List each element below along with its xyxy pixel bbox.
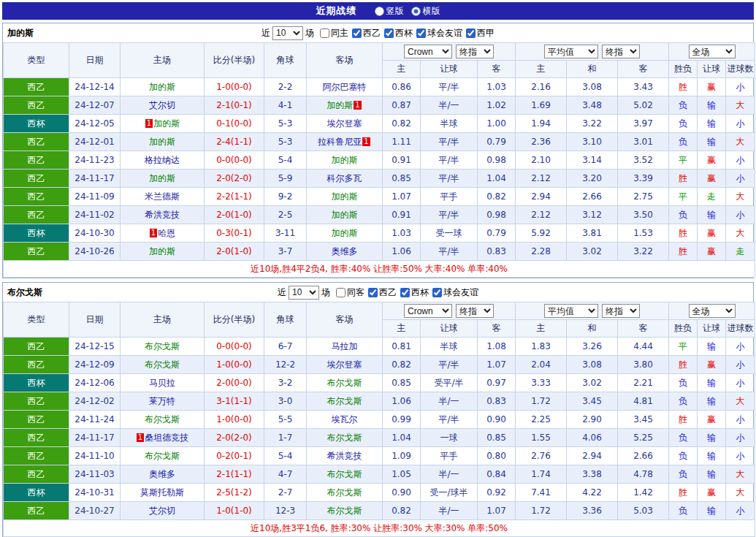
euro-company-select[interactable]: 平均值 (544, 45, 598, 58)
team-link[interactable]: 莫斯托勒斯 (140, 487, 184, 498)
team-link[interactable]: 布尔戈斯 (145, 341, 180, 351)
league-badge: 西杯 (4, 484, 69, 502)
filter-checkbox[interactable] (336, 288, 345, 297)
away-team-cell: 埃尔登塞 (307, 115, 383, 133)
team-link[interactable]: 莱万特 (149, 396, 175, 406)
odds-company-select[interactable]: Crown (404, 304, 452, 318)
euro-stage-select[interactable]: 终指 (602, 304, 640, 318)
team-link[interactable]: 布尔戈斯 (145, 414, 180, 424)
filter-球会友谊[interactable]: 球会友谊 (416, 27, 462, 39)
filter-同客[interactable]: 同客 (336, 286, 364, 299)
team-link[interactable]: 科尔多瓦 (327, 173, 362, 183)
filter-checkbox[interactable] (352, 28, 362, 38)
euro-away-odds: 3.80 (618, 356, 669, 374)
team-link[interactable]: 埃瓦尔 (332, 414, 358, 424)
filter-西杯[interactable]: 西杯 (384, 27, 413, 39)
team-link[interactable]: 加的斯 (332, 155, 358, 165)
games-label: 场 (305, 27, 314, 39)
page: 近期战绩 竖版 横版 加的斯 近 10 场 同主西乙西杯球会友谊西甲 (0, 0, 756, 537)
team-link[interactable]: 布尔戈斯 (327, 487, 362, 498)
filter-checkbox[interactable] (368, 288, 378, 297)
euro-stage-select[interactable]: 终指 (602, 45, 640, 58)
team-link[interactable]: 奥维多 (149, 469, 175, 479)
match-count-select[interactable]: 10 (272, 26, 303, 40)
sub-header-ah-away: 客 (478, 61, 516, 78)
match-row: 西乙24-11-24布尔戈斯1-0(0-0)5-5埃瓦尔0.99平/半0.902… (4, 411, 755, 429)
match-date: 24-10-27 (69, 502, 121, 520)
team-link[interactable]: 希洪竞技 (327, 451, 362, 461)
team-link[interactable]: 布尔戈斯 (327, 396, 362, 406)
team-link[interactable]: 加的斯 (149, 137, 175, 147)
match-count-select[interactable]: 10 (289, 286, 319, 300)
layout-option-vertical[interactable]: 竖版 (375, 5, 404, 18)
team-link[interactable]: 加的斯 (332, 210, 358, 220)
team-link[interactable]: 加的斯 (332, 228, 358, 238)
handicap-stage-select[interactable]: 终指 (456, 45, 494, 58)
team-link[interactable]: 拉科鲁尼亚 (318, 137, 362, 147)
filter-checkbox[interactable] (416, 28, 426, 38)
scope-select[interactable]: 全场 (689, 45, 736, 58)
match-row: 西杯24-10-301哈恩0-3(0-1)3-11加的斯1.03受一球0.795… (4, 224, 755, 243)
team-link[interactable]: 艾尔切 (149, 506, 175, 516)
handicap-home-odds: 0.82 (383, 502, 421, 520)
filter-西乙[interactable]: 西乙 (368, 286, 397, 299)
result-goals: 小 (726, 338, 755, 356)
filter-checkbox[interactable] (432, 288, 442, 297)
team-link[interactable]: 加的斯 (149, 173, 175, 183)
vertical-layout-radio[interactable] (375, 7, 384, 16)
team-link[interactable]: 加的斯 (149, 246, 175, 256)
team-link[interactable]: 埃尔登塞 (327, 359, 362, 370)
horizontal-layout-radio[interactable] (411, 7, 421, 16)
filter-checkbox[interactable] (384, 28, 394, 38)
filter-checkbox[interactable] (400, 288, 410, 297)
handicap-home-odds: 1.03 (383, 224, 421, 243)
filter-西乙[interactable]: 西乙 (352, 27, 381, 39)
team-link[interactable]: 马拉加 (332, 341, 358, 351)
team-link[interactable]: 桑坦德竞技 (145, 433, 188, 443)
handicap-away-odds: 0.85 (478, 429, 516, 447)
team-link[interactable]: 马贝拉 (149, 378, 175, 388)
team-link[interactable]: 阿尔巴塞特 (323, 82, 367, 92)
team-link[interactable]: 布尔戈斯 (327, 506, 362, 516)
team-link[interactable]: 布尔戈斯 (327, 469, 362, 479)
handicap-home-odds: 1.06 (383, 243, 421, 261)
euro-draw-odds: 4.06 (567, 429, 618, 447)
match-row: 西乙24-10-26加的斯2-0(1-0)3-7奥维多1.06平/半0.832.… (4, 243, 755, 261)
filter-checkbox[interactable] (466, 28, 476, 38)
team-link[interactable]: 加的斯 (149, 82, 175, 92)
team-link[interactable]: 埃尔登塞 (327, 118, 362, 129)
team-link[interactable]: 哈恩 (158, 228, 175, 238)
filter-球会友谊[interactable]: 球会友谊 (432, 286, 478, 299)
team-link[interactable]: 艾尔切 (149, 100, 175, 110)
team-link[interactable]: 奥维多 (332, 246, 358, 256)
euro-company-select[interactable]: 平均值 (544, 304, 598, 318)
horizontal-layout-label: 横版 (423, 5, 440, 18)
team-link[interactable]: 米兰德斯 (145, 191, 180, 202)
sub-header-wdl: 胜负 (669, 320, 698, 338)
handicap-stage-select[interactable]: 终指 (456, 304, 494, 318)
result-wdl: 负 (669, 374, 698, 392)
league-badge: 西乙 (4, 170, 69, 188)
team-link[interactable]: 加的斯 (327, 100, 353, 110)
corner-cell: 5-4 (264, 447, 307, 465)
odds-company-select[interactable]: Crown (404, 45, 452, 58)
euro-home-odds: 2.10 (516, 151, 567, 170)
team-link[interactable]: 布尔戈斯 (145, 359, 180, 370)
team-link[interactable]: 布尔戈斯 (327, 433, 362, 443)
match-row: 西杯24-12-06马贝拉2-0(0-0)3-2布尔戈斯0.85受平/半0.97… (4, 374, 755, 392)
team-link[interactable]: 加的斯 (332, 191, 358, 202)
euro-draw-odds: 3.26 (567, 338, 618, 356)
team-link[interactable]: 格拉纳达 (145, 155, 180, 165)
layout-option-horizontal[interactable]: 横版 (411, 5, 440, 18)
team-link[interactable]: 加的斯 (153, 118, 180, 129)
match-row: 西乙24-12-15布尔戈斯0-0(0-0)6-7马拉加0.81半球1.081.… (4, 338, 755, 356)
team-link[interactable]: 布尔戈斯 (145, 451, 180, 461)
score-cell: 1-0(0-0) (205, 356, 264, 374)
filter-checkbox[interactable] (320, 28, 329, 38)
team-link[interactable]: 布尔戈斯 (327, 378, 362, 388)
filter-西杯[interactable]: 西杯 (400, 286, 429, 299)
team-link[interactable]: 希洪竞技 (145, 210, 180, 220)
filter-西甲[interactable]: 西甲 (466, 27, 495, 39)
scope-select[interactable]: 全场 (689, 304, 736, 318)
filter-同主[interactable]: 同主 (320, 27, 348, 39)
